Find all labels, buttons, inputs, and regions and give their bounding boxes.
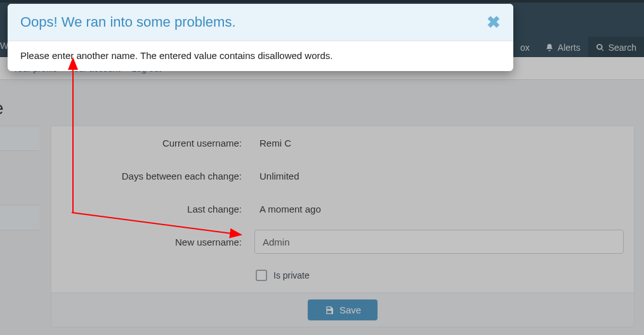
close-icon[interactable]: ✖ [487, 14, 501, 30]
error-message: Please enter another name. The entered v… [8, 41, 513, 71]
error-title: Oops! We ran into some problems. [20, 14, 236, 30]
error-dialog: Oops! We ran into some problems. ✖ Pleas… [8, 4, 513, 71]
